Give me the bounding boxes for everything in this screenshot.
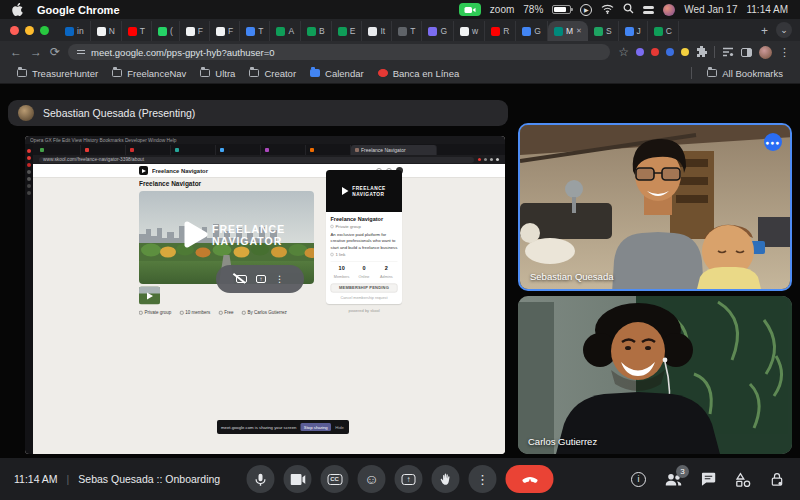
- host-controls-button[interactable]: [770, 472, 784, 487]
- browser-tab[interactable]: T: [122, 21, 152, 41]
- membership-pending-button[interactable]: MEMBERSHIP PENDING: [331, 283, 398, 292]
- maximize-window-button[interactable]: [40, 26, 49, 35]
- wifi-icon[interactable]: [601, 4, 614, 16]
- extensions-puzzle-icon[interactable]: [696, 43, 707, 61]
- browser-tab[interactable]: N: [91, 21, 122, 41]
- menu-bar-time[interactable]: 11:14 AM: [746, 4, 788, 15]
- shared-browser-tab[interactable]: Freelance Navigator: [351, 145, 437, 155]
- browser-tab[interactable]: T: [240, 21, 270, 41]
- browser-tab[interactable]: w: [454, 21, 485, 41]
- extension-icon[interactable]: [651, 48, 659, 56]
- video-tile-sebastian[interactable]: ●●● Sebastian Quesada: [518, 123, 792, 291]
- present-button[interactable]: ↑: [395, 465, 423, 493]
- chat-button[interactable]: [701, 472, 716, 486]
- browser-tab[interactable]: It: [362, 21, 392, 41]
- browser-tab[interactable]: A: [270, 21, 301, 41]
- video-tile-carlos[interactable]: Carlos Gutierrez: [518, 296, 792, 454]
- video-thumbnail[interactable]: [139, 287, 160, 305]
- mic-button[interactable]: [247, 465, 275, 493]
- extension-icon[interactable]: [666, 48, 674, 56]
- menu-bar-date[interactable]: Wed Jan 17: [684, 4, 737, 15]
- activities-button[interactable]: [735, 472, 751, 487]
- browser-tab[interactable]: B: [301, 21, 332, 41]
- more-options-button[interactable]: ⋮: [469, 465, 497, 493]
- shared-browser-tab[interactable]: [126, 145, 171, 155]
- browser-tab[interactable]: M ✕: [548, 21, 588, 41]
- side-panel-icon[interactable]: [741, 48, 752, 57]
- present-icon[interactable]: ↑: [256, 275, 266, 283]
- browser-tab[interactable]: R: [485, 21, 516, 41]
- browser-tab[interactable]: S: [588, 21, 619, 41]
- forward-button[interactable]: →: [30, 46, 42, 58]
- camera-off-icon[interactable]: [236, 275, 247, 283]
- all-bookmarks-button[interactable]: All Bookmarks: [700, 65, 790, 82]
- zoom-status-label[interactable]: zoom: [490, 4, 514, 15]
- meeting-details-button[interactable]: i: [631, 472, 646, 487]
- shared-browser-tab[interactable]: [306, 145, 351, 155]
- chrome-menu-kebab-icon[interactable]: ⋮: [779, 46, 790, 59]
- play-status-icon[interactable]: ▶: [580, 4, 592, 16]
- shared-browser-tab[interactable]: [216, 145, 261, 155]
- end-call-button[interactable]: [506, 465, 554, 493]
- skool-header-title[interactable]: Freelance Navigator: [152, 167, 208, 174]
- raise-hand-button[interactable]: [432, 465, 460, 493]
- skool-community-logo[interactable]: [139, 166, 148, 175]
- site-settings-icon[interactable]: [77, 50, 85, 55]
- browser-tab[interactable]: F: [180, 21, 210, 41]
- more-options-kebab-icon[interactable]: ⋮: [275, 275, 284, 284]
- video-call-status-icon[interactable]: [459, 3, 481, 16]
- card-link-row[interactable]: 1 link: [331, 252, 398, 257]
- close-window-button[interactable]: [10, 26, 19, 35]
- browser-tab[interactable]: T: [392, 21, 422, 41]
- camera-button[interactable]: [284, 465, 312, 493]
- browser-tab[interactable]: E: [332, 21, 363, 41]
- control-center-icon[interactable]: [643, 6, 654, 14]
- browser-tab[interactable]: (: [152, 21, 180, 41]
- tile-options-kebab-icon[interactable]: ●●●: [764, 133, 782, 151]
- reload-button[interactable]: ⟳: [50, 46, 60, 58]
- bookmark-item[interactable]: Calendar: [303, 65, 371, 82]
- card-group-title: Freelance Navigator: [331, 216, 398, 222]
- shared-url-pill[interactable]: www.skool.com/freelance-navigator-3398/a…: [39, 157, 474, 163]
- browser-tab[interactable]: J: [619, 21, 648, 41]
- apple-icon[interactable]: [12, 3, 23, 16]
- extension-icon[interactable]: [681, 48, 689, 56]
- tab-close-icon[interactable]: ✕: [576, 27, 582, 35]
- address-bar[interactable]: meet.google.com/pps-gpyt-hyb?authuser=0: [68, 44, 610, 60]
- reactions-button[interactable]: ☺: [358, 465, 386, 493]
- shared-browser-tab[interactable]: [36, 145, 81, 155]
- bookmark-item[interactable]: Banca en Línea: [371, 65, 467, 82]
- shared-browser-tab[interactable]: [261, 145, 306, 155]
- browser-tab[interactable]: C: [648, 21, 679, 41]
- bookmark-item[interactable]: Ultra: [193, 65, 242, 82]
- spotlight-search-icon[interactable]: [623, 3, 634, 16]
- url-text[interactable]: meet.google.com/pps-gpyt-hyb?authuser=0: [91, 47, 275, 58]
- bookmark-label: FreelanceNav: [127, 68, 186, 79]
- shared-browser-tab[interactable]: [81, 145, 126, 155]
- profile-avatar[interactable]: [759, 46, 772, 59]
- bookmark-item[interactable]: Creator: [242, 65, 303, 82]
- participants-button[interactable]: 3: [665, 473, 682, 486]
- shared-screen[interactable]: Opera GX File Edit View History Bookmark…: [25, 136, 505, 454]
- captions-button[interactable]: CC: [321, 465, 349, 493]
- cancel-membership-link[interactable]: Cancel membership request: [331, 295, 398, 300]
- browser-tab[interactable]: G: [422, 21, 454, 41]
- meet-floating-controls[interactable]: ↑ ⋮: [216, 265, 304, 293]
- browser-tab[interactable]: G: [516, 21, 548, 41]
- user-status-icon[interactable]: [663, 4, 675, 16]
- browser-tab[interactable]: in: [59, 21, 91, 41]
- browser-tab[interactable]: F: [210, 21, 240, 41]
- bookmark-item[interactable]: TreasureHunter: [10, 65, 105, 82]
- tab-search-chevron-icon[interactable]: ⌄: [776, 22, 792, 38]
- active-app-name[interactable]: Google Chrome: [37, 4, 120, 16]
- reading-list-icon[interactable]: [722, 43, 734, 61]
- bookmark-item[interactable]: FreelanceNav: [105, 65, 193, 82]
- new-tab-button[interactable]: +: [753, 21, 776, 41]
- stop-sharing-button[interactable]: Stop sharing: [300, 423, 331, 431]
- bookmark-star-icon[interactable]: ☆: [618, 46, 629, 58]
- shared-browser-tab[interactable]: [171, 145, 216, 155]
- extension-icon[interactable]: [636, 48, 644, 56]
- hide-toast-button[interactable]: Hide: [335, 425, 344, 430]
- minimize-window-button[interactable]: [25, 26, 34, 35]
- back-button[interactable]: ←: [10, 46, 22, 58]
